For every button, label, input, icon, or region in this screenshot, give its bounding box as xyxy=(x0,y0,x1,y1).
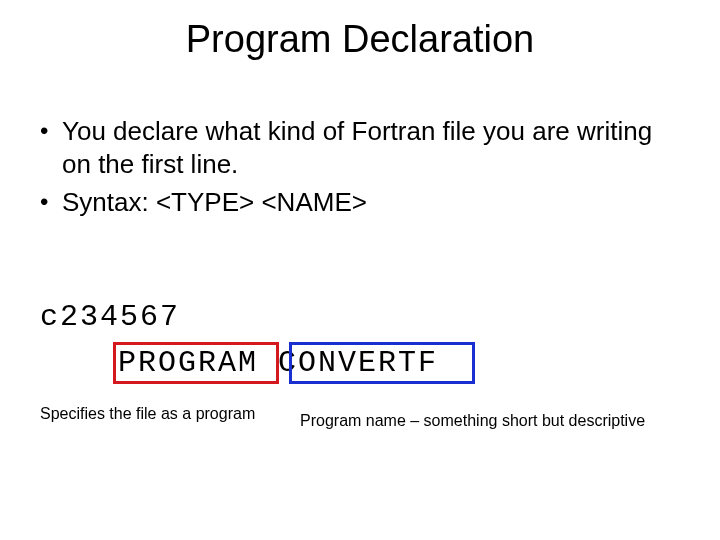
bullet-item: You declare what kind of Fortran file yo… xyxy=(40,115,680,180)
bullet-list: You declare what kind of Fortran file yo… xyxy=(40,115,680,225)
caption-right: Program name – something short but descr… xyxy=(300,412,645,430)
slide: Program Declaration You declare what kin… xyxy=(0,0,720,540)
code-column-guide: c234567 xyxy=(40,300,180,334)
caption-left: Specifies the file as a program xyxy=(40,405,255,423)
highlight-box-red xyxy=(113,342,279,384)
highlight-box-blue xyxy=(289,342,475,384)
bullet-item: Syntax: <TYPE> <NAME> xyxy=(40,186,680,219)
page-title: Program Declaration xyxy=(0,18,720,61)
